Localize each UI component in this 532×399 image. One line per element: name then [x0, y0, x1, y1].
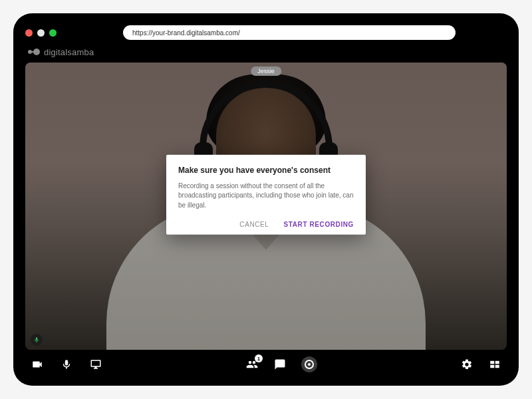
camera-button[interactable]: [31, 358, 44, 371]
layout-button[interactable]: [488, 358, 501, 371]
bottom-toolbar: 1: [25, 350, 507, 376]
microphone-button[interactable]: [60, 358, 73, 371]
screenshare-button[interactable]: [89, 358, 102, 371]
start-recording-button[interactable]: START RECORDING: [284, 221, 354, 228]
microphone-icon: [33, 336, 40, 343]
url-text: https://your-brand.digitalsamba.com/: [132, 29, 240, 37]
address-bar[interactable]: https://your-brand.digitalsamba.com/: [123, 25, 456, 40]
brand-logo-icon: [28, 48, 40, 56]
chat-icon: [274, 358, 286, 370]
participant-name-badge: Jessie: [251, 66, 281, 76]
chat-button[interactable]: [273, 358, 287, 371]
toolbar-center: 1: [102, 356, 460, 372]
window-controls: [25, 29, 57, 37]
browser-frame: https://your-brand.digitalsamba.com/ dig…: [13, 13, 519, 386]
toolbar-left: [31, 358, 102, 371]
cancel-button[interactable]: CANCEL: [239, 221, 269, 228]
dialog-actions: CANCEL START RECORDING: [178, 221, 354, 228]
toolbar-right: [460, 358, 501, 371]
close-window-icon[interactable]: [25, 29, 33, 37]
camera-icon: [31, 358, 43, 370]
record-button[interactable]: [301, 356, 317, 372]
settings-button[interactable]: [460, 358, 473, 371]
maximize-window-icon[interactable]: [49, 29, 57, 37]
participants-button[interactable]: 1: [245, 358, 259, 371]
dialog-body: Recording a session without the consent …: [178, 181, 354, 210]
screenshare-icon: [90, 358, 102, 370]
layout-icon: [489, 358, 501, 370]
video-stage: Jessie Make sure you have everyone's con…: [25, 63, 507, 350]
dialog-title: Make sure you have everyone's consent: [178, 165, 354, 174]
record-icon: [305, 360, 314, 369]
participants-count-badge: 1: [255, 354, 263, 362]
minimize-window-icon[interactable]: [37, 29, 45, 37]
brand-header: digitalsamba: [25, 41, 507, 63]
mic-status-indicator: [31, 334, 43, 346]
gear-icon: [461, 358, 473, 370]
brand-name: digitalsamba: [44, 47, 94, 57]
window-titlebar: https://your-brand.digitalsamba.com/: [25, 24, 507, 41]
consent-dialog: Make sure you have everyone's consent Re…: [166, 154, 366, 235]
microphone-icon: [61, 358, 72, 370]
